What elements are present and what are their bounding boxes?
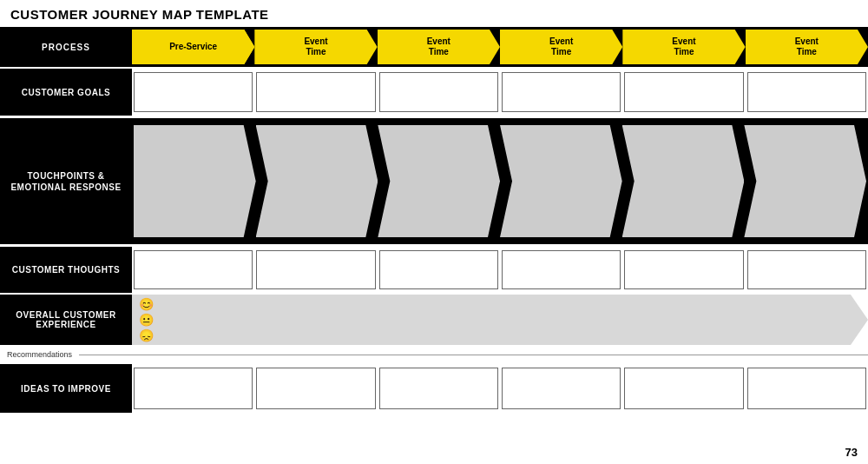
experience-cells: 😊 😐 😞 [132,295,868,345]
arrow-cell-1: Pre-Service [132,30,254,64]
process-arrows: Pre-Service EventTime EventTime EventTim… [132,27,868,67]
arrow-shape-3: EventTime [378,30,500,64]
recommendations-row: Recommendations [0,345,868,364]
tp-arrow-1 [134,122,256,241]
ideas-cells [132,364,868,413]
thoughts-cell-2[interactable] [256,250,375,289]
touchpoints-label: TOUCHPOINTS & EMOTIONAL RESPONSE [0,118,132,244]
arrow-shape-6: EventTime [746,30,868,64]
process-label: PROCESS [0,27,132,67]
arrow-cell-4: EventTime [500,30,622,64]
goals-cell-6[interactable] [747,72,866,112]
page-number: 73 [845,446,858,459]
arrow-cell-6: EventTime [746,30,868,64]
overall-experience-row: OVERALL CUSTOMER EXPERIENCE 😊 😐 😞 [0,293,868,345]
recommendations-label: Recommendations [7,350,72,359]
tp-arrow-4 [500,122,622,241]
tp-arrow-3 [378,122,500,241]
customer-goals-label: CUSTOMER GOALS [0,69,132,116]
customer-goals-row: CUSTOMER GOALS [0,67,868,116]
touchpoints-cells [132,118,868,244]
goals-cell-1[interactable] [134,72,253,112]
arrow-cell-3: EventTime [378,30,500,64]
ideas-cell-3[interactable] [379,368,498,409]
recommendations-line [79,355,868,355]
tp-arrow-6 [744,122,866,241]
ideas-label: IDEAS TO IMPROVE [0,364,132,413]
arrow-shape-5: EventTime [622,30,745,64]
ideas-cell-6[interactable] [747,368,866,409]
customer-thoughts-row: CUSTOMER THOUGHTS [0,244,868,293]
thoughts-cell-5[interactable] [624,250,743,289]
ideas-row: IDEAS TO IMPROVE [0,364,868,413]
ideas-cell-1[interactable] [134,368,253,409]
goals-cell-3[interactable] [379,72,498,112]
process-row: PROCESS Pre-Service EventTime EventTime … [0,27,868,67]
ideas-cell-2[interactable] [256,368,375,409]
arrow-shape-4: EventTime [500,30,622,64]
goals-cell-5[interactable] [624,72,743,112]
ideas-cell-5[interactable] [624,368,743,409]
emoji-sad: 😞 [139,329,154,341]
thoughts-cell-1[interactable] [134,250,253,289]
page-title: CUSTOMER JOURNEY MAP TEMPLATE [0,0,868,27]
overall-experience-label: OVERALL CUSTOMER EXPERIENCE [0,295,132,345]
thoughts-cell-6[interactable] [747,250,866,289]
emoji-happy: 😊 [139,298,154,310]
goals-cell-4[interactable] [502,72,621,112]
customer-thoughts-label: CUSTOMER THOUGHTS [0,247,132,293]
arrow-shape-1: Pre-Service [132,30,254,64]
thoughts-cell-4[interactable] [502,250,621,289]
ideas-cell-4[interactable] [502,368,621,409]
emoji-neutral: 😐 [139,314,154,326]
touchpoints-row: TOUCHPOINTS & EMOTIONAL RESPONSE [0,116,868,244]
customer-thoughts-cells [132,247,868,293]
thoughts-cell-3[interactable] [379,250,498,289]
arrow-shape-2: EventTime [254,30,377,64]
tp-arrow-5 [622,122,745,241]
customer-goals-cells [132,69,868,116]
arrow-cell-5: EventTime [622,30,745,64]
tp-arrow-2 [256,122,378,241]
emoji-list: 😊 😐 😞 [139,295,154,345]
arrow-cell-2: EventTime [254,30,377,64]
goals-cell-2[interactable] [256,72,375,112]
